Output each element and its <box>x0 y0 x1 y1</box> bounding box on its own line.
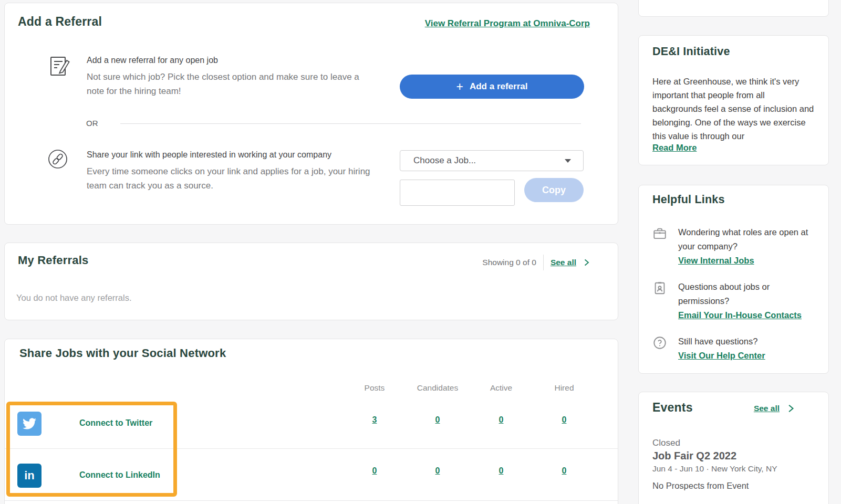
linkedin-active-count[interactable]: 0 <box>470 466 533 476</box>
option2-line3: team can track you as a source. <box>87 178 370 193</box>
view-internal-jobs-link[interactable]: View Internal Jobs <box>678 256 754 265</box>
briefcase-icon <box>652 225 667 268</box>
column-header-posts: Posts <box>343 383 406 393</box>
add-referral-button-label: Add a referral <box>470 81 528 92</box>
copy-button[interactable]: Copy <box>524 178 584 202</box>
connect-to-twitter-link[interactable]: Connect to Twitter <box>79 418 152 428</box>
choose-job-dropdown-value: Choose a Job... <box>413 155 476 166</box>
chevron-down-icon <box>565 159 571 163</box>
no-referrals-text: You do not have any referrals. <box>16 293 132 303</box>
page-title: Add a Referral <box>18 15 102 29</box>
social-share-title: Share Jobs with your Social Network <box>19 346 226 360</box>
column-header-hired: Hired <box>533 383 596 393</box>
dei-body-text: Here at Greenhouse, we think it's very i… <box>652 75 815 143</box>
option2-line2: Every time someone clicks on your link a… <box>87 164 370 178</box>
twitter-hired-count[interactable]: 0 <box>533 415 596 425</box>
my-referrals-card: My Referrals Showing 0 of 0 See all You … <box>4 243 618 320</box>
divider <box>543 255 544 270</box>
connect-to-linkedin-link[interactable]: Connect to LinkedIn <box>79 470 160 480</box>
dei-initiative-card: DE&I Initiative Here at Greenhouse, we t… <box>638 35 829 165</box>
showing-count: Showing 0 of 0 <box>482 258 536 267</box>
option1-line2: Not sure which job? Pick the closest opt… <box>87 70 359 84</box>
sidebar-partial-card <box>638 0 829 17</box>
question-circle-icon <box>652 334 667 363</box>
helpful-link-item: Wondering what roles are open at your co… <box>652 225 815 268</box>
linkedin-candidates-count[interactable]: 0 <box>406 466 469 476</box>
event-name: Job Fair Q2 2022 <box>652 450 815 462</box>
linkedin-icon[interactable]: in <box>17 464 41 488</box>
events-card: Events See all Closed Job Fair Q2 2022 J… <box>638 392 829 504</box>
chevron-right-icon <box>583 259 590 266</box>
or-label: OR <box>86 119 98 128</box>
event-note: No Prospects from Event <box>652 481 815 491</box>
linkedin-hired-count[interactable]: 0 <box>533 466 596 476</box>
helpful-link-text: Still have questions? <box>678 334 765 349</box>
add-referral-card: Add a Referral View Referral Program at … <box>4 3 618 225</box>
twitter-active-count[interactable]: 0 <box>470 415 533 425</box>
option1-text: Add a new referral for any open job Not … <box>87 56 359 98</box>
chevron-right-icon <box>787 404 795 413</box>
row-divider <box>5 500 618 501</box>
option1-line1: Add a new referral for any open job <box>87 56 359 65</box>
event-meta: Jun 4 - Jun 10 · New York City, NY <box>652 464 815 474</box>
twitter-posts-count[interactable]: 3 <box>343 415 406 425</box>
compose-icon <box>49 55 71 80</box>
option2-line1: Share your link with people interested i… <box>87 150 370 160</box>
share-link-icon <box>48 149 68 171</box>
referral-link-input[interactable] <box>400 180 515 206</box>
see-all-events-link[interactable]: See all <box>754 404 780 413</box>
helpful-links-card: Helpful Links Wondering what roles are o… <box>638 185 829 374</box>
add-referral-button[interactable]: + Add a referral <box>400 75 584 99</box>
helpful-link-item: Questions about jobs or permissions? Ema… <box>652 280 815 322</box>
event-status: Closed <box>652 438 815 448</box>
my-referrals-title: My Referrals <box>18 254 88 267</box>
plus-icon: + <box>456 81 463 92</box>
option1-line3: note for the hiring team! <box>87 84 359 98</box>
option2-text: Share your link with people interested i… <box>87 150 370 193</box>
choose-job-dropdown[interactable]: Choose a Job... <box>400 150 584 171</box>
twitter-candidates-count[interactable]: 0 <box>406 415 469 425</box>
helpful-link-text: Questions about jobs or permissions? <box>678 280 815 308</box>
social-share-card: Share Jobs with your Social Network Post… <box>4 339 618 504</box>
column-header-active: Active <box>470 383 533 393</box>
email-inhouse-contacts-link[interactable]: Email Your In-House Contacts <box>678 310 802 320</box>
divider <box>120 123 581 124</box>
column-header-candidates: Candidates <box>406 383 469 393</box>
dei-title: DE&I Initiative <box>652 45 815 58</box>
helpful-links-title: Helpful Links <box>652 193 815 206</box>
linkedin-posts-count[interactable]: 0 <box>343 466 406 476</box>
read-more-link[interactable]: Read More <box>652 143 697 153</box>
twitter-icon[interactable] <box>17 412 41 436</box>
visit-help-center-link[interactable]: Visit Our Help Center <box>678 351 765 360</box>
linkedin-glyph: in <box>24 469 35 482</box>
view-referral-program-link[interactable]: View Referral Program at Omniva-Corp <box>425 18 590 29</box>
id-badge-icon <box>652 280 667 322</box>
see-all-referrals-link[interactable]: See all <box>551 258 576 267</box>
helpful-link-item: Still have questions? Visit Our Help Cen… <box>652 334 815 363</box>
helpful-link-text: Wondering what roles are open at your co… <box>678 225 815 254</box>
